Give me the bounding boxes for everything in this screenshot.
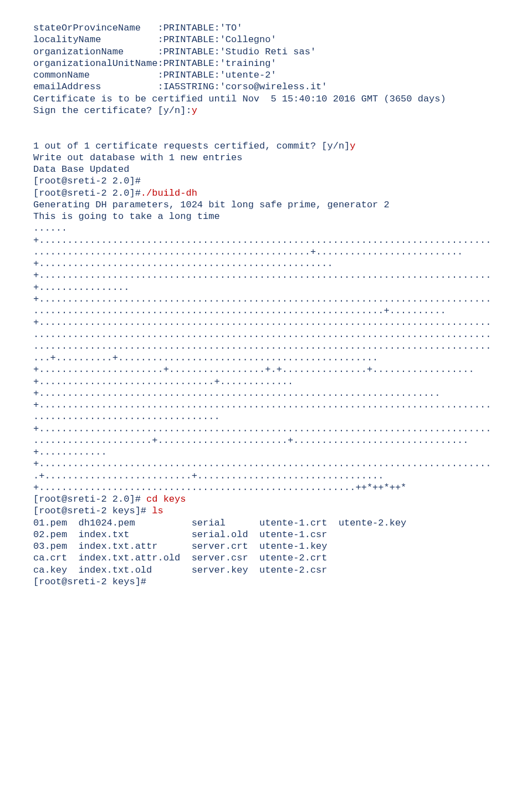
terminal-line: +................ bbox=[33, 282, 499, 293]
terminal-line: Generating DH parameters, 1024 bit long … bbox=[33, 199, 499, 211]
terminal-line bbox=[33, 128, 499, 140]
terminal-line: organizationName :PRINTABLE:'Studio Reti… bbox=[33, 46, 499, 58]
terminal-line: .+..........................+...........… bbox=[33, 470, 499, 482]
terminal-line: Sign the certificate? [y/n]:y bbox=[33, 105, 499, 116]
terminal-line bbox=[33, 116, 499, 128]
terminal-line: ........................................… bbox=[33, 329, 499, 340]
terminal-line: +.......................................… bbox=[33, 234, 499, 246]
terminal-line: +...............................+.......… bbox=[33, 376, 499, 387]
terminal-line: ........................................… bbox=[33, 340, 499, 352]
terminal-line: This is going to take a long time bbox=[33, 211, 499, 222]
terminal-line: 03.pem index.txt.attr server.crt utente-… bbox=[33, 540, 499, 552]
terminal-line: Write out database with 1 new entries bbox=[33, 152, 499, 164]
terminal-line: organizationalUnitName:PRINTABLE:'traini… bbox=[33, 58, 499, 69]
terminal-line: [root@sreti-2 keys]# bbox=[33, 576, 499, 588]
terminal-line: commonName :PRINTABLE:'utente-2' bbox=[33, 69, 499, 81]
terminal-line: ca.key index.txt.old server.key utente-2… bbox=[33, 564, 499, 576]
terminal-line: ...+..........+.........................… bbox=[33, 352, 499, 364]
terminal-line: ca.crt index.txt.attr.old server.csr ute… bbox=[33, 552, 499, 564]
terminal-line: [root@sreti-2 2.0]# bbox=[33, 175, 499, 187]
terminal-line: 02.pem index.txt serial.old utente-1.csr bbox=[33, 529, 499, 540]
terminal-line: +.......................................… bbox=[33, 458, 499, 470]
terminal-line: +......................+................… bbox=[33, 364, 499, 375]
terminal-line: [root@sreti-2 2.0]# cd keys bbox=[33, 493, 499, 505]
terminal-line: 1 out of 1 certificate requests certifie… bbox=[33, 140, 499, 152]
terminal-line: +.......................................… bbox=[33, 258, 499, 269]
terminal-line: Data Base Updated bbox=[33, 164, 499, 175]
terminal-line: ........................................… bbox=[33, 305, 499, 317]
terminal-line: [root@sreti-2 keys]# ls bbox=[33, 505, 499, 517]
terminal-line: ........................................… bbox=[33, 246, 499, 258]
terminal-line: ...... bbox=[33, 222, 499, 234]
terminal-line: +.......................................… bbox=[33, 317, 499, 328]
terminal-output: stateOrProvinceName :PRINTABLE:'TO'local… bbox=[33, 22, 499, 588]
terminal-line: +.......................................… bbox=[33, 482, 499, 493]
terminal-line: Certificate is to be certified until Nov… bbox=[33, 93, 499, 105]
terminal-line: +.......................................… bbox=[33, 399, 499, 411]
terminal-line: +.......................................… bbox=[33, 423, 499, 435]
terminal-line: ................................. bbox=[33, 411, 499, 422]
terminal-line: stateOrProvinceName :PRINTABLE:'TO' bbox=[33, 22, 499, 34]
terminal-line: +............ bbox=[33, 446, 499, 458]
terminal-line: +.......................................… bbox=[33, 387, 499, 399]
terminal-line: .....................+..................… bbox=[33, 435, 499, 446]
terminal-line: +.......................................… bbox=[33, 269, 499, 281]
terminal-line: localityName :PRINTABLE:'Collegno' bbox=[33, 34, 499, 45]
terminal-line: [root@sreti-2 2.0]#./build-dh bbox=[33, 187, 499, 199]
terminal-line: emailAddress :IA5STRING:'corso@wireless.… bbox=[33, 81, 499, 93]
terminal-line: 01.pem dh1024.pem serial utente-1.crt ut… bbox=[33, 517, 499, 529]
terminal-line: +.......................................… bbox=[33, 293, 499, 305]
